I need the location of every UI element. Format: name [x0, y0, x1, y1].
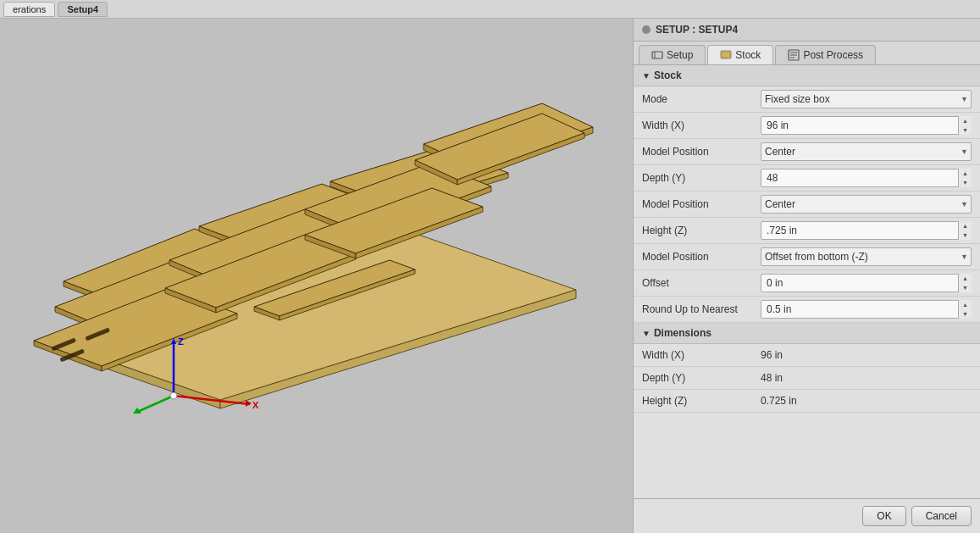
dim-width-label: Width (X) [642, 349, 761, 361]
width-x-input[interactable] [761, 116, 972, 135]
dim-height-label: Height (Z) [642, 395, 761, 407]
postprocess-icon [788, 49, 800, 61]
setup-icon [651, 49, 663, 61]
model-pos-y-row: Model Position Center [634, 192, 980, 218]
height-z-up[interactable]: ▲ [959, 221, 972, 230]
offset-row: Offset ▲ ▼ [634, 270, 980, 297]
height-z-down[interactable]: ▼ [959, 230, 972, 240]
width-x-down[interactable]: ▼ [959, 125, 972, 135]
tab-setup4[interactable]: Setup4 [58, 2, 108, 17]
dim-height-value: 0.725 in [761, 395, 797, 407]
width-x-up[interactable]: ▲ [959, 116, 972, 125]
depth-y-input[interactable] [761, 169, 972, 187]
dim-height-row: Height (Z) 0.725 in [634, 390, 980, 413]
model-pos-x-wrapper: Center [761, 142, 972, 161]
model-pos-y-label: Model Position [642, 198, 761, 210]
panel-tabs: Setup Stock Post Process [634, 42, 980, 65]
svg-text:X: X [252, 400, 259, 410]
model-pos-x-label: Model Position [642, 146, 761, 158]
model-pos-y-select[interactable]: Center [761, 195, 972, 214]
offset-up[interactable]: ▲ [959, 274, 972, 283]
round-up-input[interactable] [761, 300, 972, 319]
panel-body: Stock Mode Fixed size box Width (X) ▲ ▼ [634, 65, 980, 498]
height-z-row: Height (Z) ▲ ▼ [634, 218, 980, 244]
svg-point-57 [170, 392, 177, 399]
height-z-label: Height (Z) [642, 225, 761, 236]
round-up-up[interactable]: ▲ [959, 300, 972, 309]
offset-spinner: ▲ ▼ [958, 274, 972, 292]
model-pos-z-label: Model Position [642, 251, 761, 263]
model-pos-z-select[interactable]: Offset from bottom (-Z) [761, 247, 972, 266]
dim-width-value: 96 in [761, 349, 783, 361]
svg-text:Z: Z [178, 336, 184, 347]
width-x-input-wrapper: ▲ ▼ [761, 116, 972, 135]
height-z-input[interactable] [761, 221, 972, 240]
viewport: Z X [0, 19, 635, 533]
round-up-spinner: ▲ ▼ [958, 300, 972, 319]
depth-y-label: Depth (Y) [642, 172, 761, 184]
depth-y-down[interactable]: ▼ [959, 178, 972, 187]
model-pos-x-row: Model Position Center [634, 139, 980, 165]
depth-y-input-wrapper: ▲ ▼ [761, 169, 972, 187]
right-panel: SETUP : SETUP4 Setup Stock Post P [633, 19, 980, 533]
depth-y-up[interactable]: ▲ [959, 169, 972, 178]
dim-depth-value: 48 in [761, 372, 783, 384]
round-up-row: Round Up to Nearest ▲ ▼ [634, 297, 980, 323]
tab-setup[interactable]: Setup [639, 45, 706, 64]
model-pos-y-wrapper: Center [761, 195, 972, 214]
depth-y-spinner: ▲ ▼ [958, 169, 972, 187]
svg-rect-61 [723, 53, 729, 57]
dim-width-row: Width (X) 96 in [634, 344, 980, 367]
stock-section-header: Stock [634, 65, 980, 86]
stock-icon [720, 49, 732, 61]
offset-down[interactable]: ▼ [959, 283, 972, 292]
mode-select[interactable]: Fixed size box [761, 90, 972, 108]
offset-input-wrapper: ▲ ▼ [761, 274, 972, 292]
model-pos-z-wrapper: Offset from bottom (-Z) [761, 247, 972, 266]
tab-operations[interactable]: erations [3, 2, 55, 17]
width-x-label: Width (X) [642, 119, 761, 131]
offset-label: Offset [642, 277, 761, 289]
panel-title: SETUP : SETUP4 [656, 24, 738, 36]
model-pos-z-row: Model Position Offset from bottom (-Z) [634, 244, 980, 270]
3d-scene: Z X [0, 19, 635, 533]
tab-stock[interactable]: Stock [707, 45, 773, 64]
panel-status-dot [642, 25, 651, 34]
round-up-input-wrapper: ▲ ▼ [761, 300, 972, 319]
round-up-down[interactable]: ▼ [959, 309, 972, 319]
width-x-spinner: ▲ ▼ [958, 116, 972, 135]
svg-rect-58 [652, 52, 662, 58]
width-x-row: Width (X) ▲ ▼ [634, 113, 980, 139]
panel-header: SETUP : SETUP4 [634, 19, 980, 42]
ok-button[interactable]: OK [862, 506, 905, 526]
dim-depth-label: Depth (Y) [642, 372, 761, 384]
dimensions-section-header: Dimensions [634, 323, 980, 344]
tab-postprocess[interactable]: Post Process [775, 45, 876, 64]
height-z-spinner: ▲ ▼ [958, 221, 972, 240]
depth-y-row: Depth (Y) ▲ ▼ [634, 165, 980, 192]
model-pos-x-select[interactable]: Center [761, 142, 972, 161]
top-bar: erations Setup4 [0, 0, 980, 19]
height-z-input-wrapper: ▲ ▼ [761, 221, 972, 240]
round-up-label: Round Up to Nearest [642, 303, 761, 315]
mode-row: Mode Fixed size box [634, 86, 980, 113]
mode-select-wrapper: Fixed size box [761, 90, 972, 108]
offset-input[interactable] [761, 274, 972, 292]
panel-footer: OK Cancel [634, 498, 980, 533]
mode-label: Mode [642, 93, 761, 105]
cancel-button[interactable]: Cancel [911, 506, 972, 526]
dim-depth-row: Depth (Y) 48 in [634, 367, 980, 390]
